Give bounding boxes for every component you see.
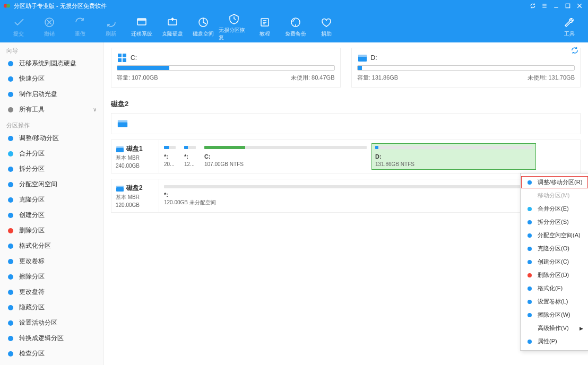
toolbar-redo[interactable]: 重做 (65, 12, 96, 42)
svg-rect-36 (118, 122, 127, 127)
toolbar-tools[interactable]: 工具 (554, 12, 585, 42)
titlebar: 分区助手专业版 - 无损分区免费软件 (0, 0, 588, 12)
svg-point-24 (8, 290, 13, 295)
ctx-adv[interactable]: 高级操作(V)▶ (521, 321, 588, 335)
small-drive-row[interactable] (111, 113, 581, 134)
ctx-delete[interactable]: 删除分区(D) (521, 268, 588, 282)
svg-point-46 (528, 247, 532, 251)
close-icon[interactable] (574, 1, 585, 11)
svg-rect-30 (118, 54, 122, 57)
partition-label: *: (184, 153, 196, 160)
menu-icon[interactable] (539, 1, 550, 11)
partition[interactable]: D:131.86GB NTFS (371, 143, 536, 170)
partition[interactable]: *:20... (160, 143, 179, 170)
toolbar-undo[interactable]: 撤销 (34, 12, 65, 42)
ctx-format[interactable]: 格式化(F) (521, 282, 588, 295)
ctx-create[interactable]: 创建分区(C) (521, 255, 588, 268)
toolbar-sysmig[interactable]: 迁移系统 (126, 12, 157, 42)
sidebar-item-wipe[interactable]: 擦除分区 (0, 269, 103, 284)
label-icon (526, 298, 533, 306)
svg-point-20 (8, 228, 13, 233)
partition[interactable]: *:120.00GB 未分配空间 (160, 183, 537, 209)
sidebar-item-freshpart[interactable]: 快速分区 (0, 71, 103, 86)
sidebar-item-label: 所有工具 (19, 105, 45, 114)
toolbar-refresh[interactable]: 刷新 (96, 12, 126, 42)
sidebar-item-alltools[interactable]: 所有工具∨ (0, 102, 103, 117)
disk-info[interactable]: 磁盘1基本 MBR240.00GB (111, 140, 159, 173)
toolbar-label: 刷新 (106, 30, 116, 38)
toolbar-label: 工具 (564, 30, 575, 38)
toolbar-label: 捐助 (321, 30, 332, 38)
svg-point-44 (528, 220, 532, 224)
sidebar-item-label: 调整/移动分区 (19, 134, 59, 143)
sidebar-item-delete[interactable]: 删除分区 (0, 223, 103, 238)
sidebar-item-format[interactable]: 格式化分区 (0, 238, 103, 254)
svg-point-21 (8, 244, 13, 249)
drive-letter: C: (131, 54, 137, 62)
toolbar-diskspace[interactable]: 磁盘空间 (188, 12, 219, 42)
sidebar-item-merge[interactable]: 合并分区 (0, 146, 103, 161)
sidebar-item-split[interactable]: 拆分分区 (0, 161, 103, 177)
ctx-label: 克隆分区(O) (538, 245, 569, 253)
resize-icon (526, 179, 533, 186)
sidebar-item-clonepart[interactable]: 克隆分区 (0, 192, 103, 207)
sidebar-item-more[interactable]: 更多分区操作∨ (0, 361, 103, 365)
svg-rect-33 (123, 58, 126, 62)
toolbar-donate[interactable]: 捐助 (311, 12, 342, 42)
sidebar-item-label: 转换成逻辑分区 (19, 334, 64, 343)
minimize-icon[interactable] (551, 1, 561, 11)
sidebar-item-hide[interactable]: 隐藏分区 (0, 300, 103, 315)
sidebar-item-migrate[interactable]: 迁移系统到固态硬盘 (0, 56, 103, 71)
ctx-merge[interactable]: 合并分区(E) (521, 202, 588, 215)
ctx-split[interactable]: 拆分分区(S) (521, 215, 588, 229)
partition[interactable]: *:12... (180, 143, 200, 170)
toolbar-freespace[interactable]: 免费备份 (280, 12, 311, 42)
sidebar-item-convert[interactable]: 转换成逻辑分区 (0, 331, 103, 346)
merge-icon (6, 150, 15, 158)
drive-card[interactable]: D: 容量: 131.86GB未使用: 131.70GB (351, 48, 581, 88)
ctx-clone[interactable]: 克隆分区(O) (521, 242, 588, 255)
toolbar-clone[interactable]: 克隆硬盘 (157, 12, 188, 42)
sidebar-item-active[interactable]: 设置活动分区 (0, 315, 103, 331)
sync-icon[interactable] (528, 1, 538, 11)
drive-card[interactable]: C: 容量: 107.00GB未使用: 80.47GB (111, 48, 341, 88)
disk-list: 磁盘1基本 MBR240.00GB*:20...*:12...C:107.00G… (111, 140, 581, 213)
disk-row: 磁盘1基本 MBR240.00GB*:20...*:12...C:107.00G… (111, 140, 581, 173)
toolbar-tutorial[interactable]: 教程 (249, 12, 280, 42)
partition[interactable]: C:107.00GB NTFS (201, 143, 370, 170)
sidebar-item-bootdisc[interactable]: 制作启动光盘 (0, 86, 103, 102)
ctx-label[interactable]: 设置卷标(L) (521, 295, 588, 308)
disk-info[interactable]: 磁盘2基本 MBR120.00GB (111, 179, 159, 212)
sidebar-item-changelabel[interactable]: 更改卷标 (0, 254, 103, 269)
toolbar-label: 提交 (13, 30, 24, 38)
svg-point-14 (8, 136, 13, 141)
maximize-icon[interactable] (563, 1, 573, 11)
sidebar-item-resize[interactable]: 调整/移动分区 (0, 131, 103, 146)
toolbar-recover[interactable]: 无损分区恢复 (219, 12, 249, 42)
usage-bar (117, 65, 335, 71)
format-icon (6, 242, 15, 250)
ctx-resize[interactable]: 调整/移动分区(R) (521, 176, 588, 189)
ctx-wipe[interactable]: 擦除分区(W) (521, 308, 588, 321)
ctx-allocate[interactable]: 分配空闲空间(A) (521, 229, 588, 242)
refresh-button[interactable] (570, 46, 581, 56)
toolbar-apply[interactable]: 提交 (3, 12, 34, 42)
sidebar-group: 向导 (0, 42, 103, 56)
sidebar-item-allocate[interactable]: 分配空闲空间 (0, 177, 103, 192)
sidebar-item-check[interactable]: 检查分区 (0, 346, 103, 361)
sidebar-item-label: 制作启动光盘 (19, 90, 57, 99)
moveonly-icon (526, 192, 533, 199)
svg-rect-41 (116, 186, 124, 187)
clone-icon (526, 245, 533, 253)
disk-parts: *:20...*:12...C:107.00GB NTFSD:131.86GB … (159, 140, 580, 173)
partition-label: D: (375, 153, 532, 160)
wipe-icon (526, 311, 533, 319)
svg-point-10 (8, 61, 13, 66)
sidebar-item-create[interactable]: 创建分区 (0, 207, 103, 223)
sidebar-item-changeletter[interactable]: 更改盘符 (0, 284, 103, 300)
svg-point-50 (528, 300, 532, 304)
ctx-prop[interactable]: 属性(P) (521, 335, 588, 348)
unused-label: 未使用: 131.70GB (528, 74, 575, 82)
redo-icon (74, 16, 86, 28)
freshpart-icon (6, 75, 15, 83)
